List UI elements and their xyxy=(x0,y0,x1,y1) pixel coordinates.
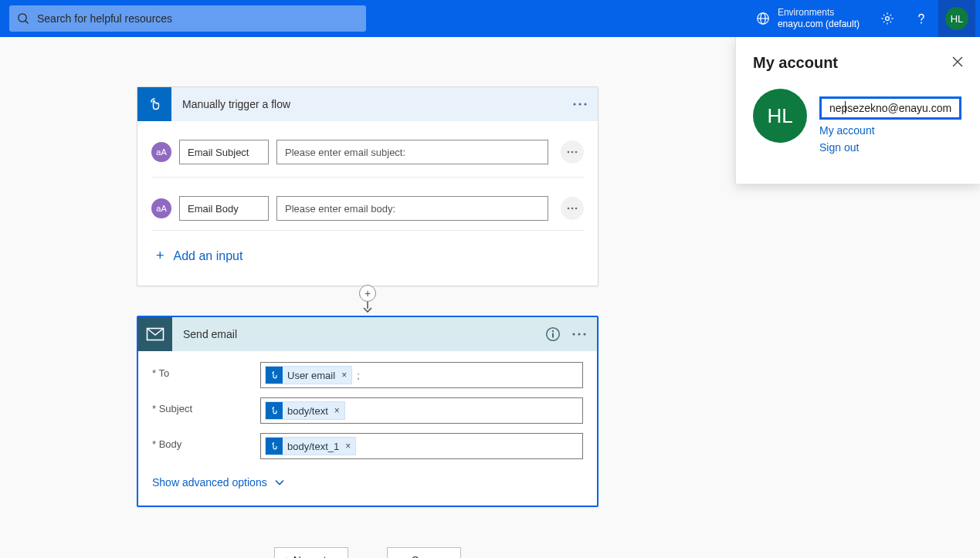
trigger-card: Manually trigger a flow aA Email Subject… xyxy=(137,86,599,286)
field-label: * Body xyxy=(152,433,260,450)
input-row-menu[interactable] xyxy=(561,140,584,164)
trigger-header[interactable]: Manually trigger a flow xyxy=(137,87,598,121)
token-label: User email xyxy=(287,370,335,381)
text-type-icon: aA xyxy=(151,142,171,162)
field-row-body: * Body body/text_1 × xyxy=(152,433,583,459)
action-title: Send email xyxy=(183,328,540,340)
token-body-text[interactable]: body/text × xyxy=(265,401,345,420)
mail-icon xyxy=(146,327,164,341)
action-body: * To User email × ; * Subject xyxy=(138,351,597,506)
action-card-send-email: Send email * To xyxy=(137,316,599,507)
token-icon xyxy=(266,438,283,455)
add-input-button[interactable]: + Add an input xyxy=(151,230,584,281)
my-account-link[interactable]: My account xyxy=(819,124,961,137)
text-caret xyxy=(845,101,846,113)
ellipsis-icon xyxy=(567,150,578,154)
svg-point-22 xyxy=(578,333,580,335)
flow-canvas: Manually trigger a flow aA Email Subject… xyxy=(0,37,735,558)
globe-icon xyxy=(756,12,770,25)
svg-point-13 xyxy=(568,208,570,210)
show-advanced-options[interactable]: Show advanced options xyxy=(152,468,583,499)
trigger-icon xyxy=(137,87,171,121)
plus-icon: + xyxy=(156,248,164,264)
field-label: * To xyxy=(152,362,260,379)
environment-picker[interactable]: Environments enayu.com (default) xyxy=(745,0,870,37)
svg-point-10 xyxy=(568,151,570,154)
input-value-field[interactable]: Please enter email body: xyxy=(276,196,548,221)
input-value-field[interactable]: Please enter email subject: xyxy=(276,140,548,164)
touch-icon xyxy=(146,96,163,113)
sign-out-link[interactable]: Sign out xyxy=(819,141,961,154)
insert-step-button[interactable]: + xyxy=(359,285,376,302)
account-avatar: HL xyxy=(753,89,807,143)
action-menu-button[interactable] xyxy=(566,321,592,347)
svg-point-5 xyxy=(886,17,890,21)
panel-title: My account xyxy=(753,54,838,72)
input-name-field[interactable]: Email Subject xyxy=(179,140,269,164)
token-icon xyxy=(266,367,283,384)
svg-point-6 xyxy=(921,22,922,24)
account-email-highlight[interactable]: nepsezekno@enayu.com xyxy=(819,96,961,120)
token-remove[interactable]: × xyxy=(341,370,347,380)
account-panel: My account HL nepsezekno@enayu.com My ac… xyxy=(735,37,980,184)
svg-point-23 xyxy=(583,333,585,335)
account-email: nepsezekno@enayu.com xyxy=(829,102,951,114)
svg-point-14 xyxy=(571,208,574,210)
token-icon xyxy=(266,402,283,419)
action-info-button[interactable] xyxy=(540,321,566,347)
field-row-subject: * Subject body/text × xyxy=(152,397,583,424)
input-name-field[interactable]: Email Body xyxy=(179,196,269,221)
info-icon xyxy=(545,326,561,342)
search-icon xyxy=(17,12,29,25)
topbar-right: Environments enayu.com (default) HL xyxy=(745,0,975,37)
token-user-email[interactable]: User email × xyxy=(265,366,352,384)
close-icon xyxy=(952,56,963,67)
trigger-title: Manually trigger a flow xyxy=(182,98,567,110)
environment-name: enayu.com (default) xyxy=(778,19,860,30)
panel-header: My account xyxy=(753,54,963,72)
ellipsis-icon xyxy=(573,103,587,106)
input-row-menu[interactable] xyxy=(561,197,584,220)
save-button[interactable]: Save xyxy=(387,547,461,558)
environment-label: Environments xyxy=(778,7,860,19)
panel-close-button[interactable] xyxy=(952,56,963,69)
ellipsis-icon xyxy=(567,207,578,210)
account-button[interactable]: HL xyxy=(938,0,975,37)
action-icon xyxy=(138,317,172,351)
text-type-icon: aA xyxy=(151,198,171,218)
token-remove[interactable]: × xyxy=(345,441,351,451)
body-field[interactable]: body/text_1 × xyxy=(260,433,583,459)
help-button[interactable] xyxy=(904,0,938,37)
account-body: HL nepsezekno@enayu.com My account Sign … xyxy=(753,89,963,154)
field-label: * Subject xyxy=(152,397,260,414)
svg-point-21 xyxy=(572,333,575,335)
avatar: HL xyxy=(945,7,968,30)
subject-field[interactable]: body/text × xyxy=(260,397,583,424)
token-label: body/text_1 xyxy=(287,441,339,452)
gear-icon xyxy=(880,12,894,25)
account-links: nepsezekno@enayu.com My account Sign out xyxy=(819,89,961,154)
action-header[interactable]: Send email xyxy=(138,317,597,351)
search-box[interactable] xyxy=(9,5,366,32)
token-body-text-1[interactable]: body/text_1 × xyxy=(265,437,356,455)
top-bar: Environments enayu.com (default) HL xyxy=(0,0,980,37)
connector: + xyxy=(137,286,599,316)
to-field[interactable]: User email × ; xyxy=(260,362,583,388)
svg-point-0 xyxy=(19,14,26,22)
svg-point-11 xyxy=(571,151,574,154)
new-step-button[interactable]: + New step xyxy=(274,547,348,558)
svg-rect-20 xyxy=(552,333,554,338)
trigger-menu-button[interactable] xyxy=(567,91,593,117)
svg-point-19 xyxy=(552,330,554,332)
search-input[interactable] xyxy=(37,12,358,25)
trigger-input-row: aA Email Subject Please enter email subj… xyxy=(151,130,584,174)
svg-point-12 xyxy=(575,151,578,154)
token-remove[interactable]: × xyxy=(334,405,340,416)
trigger-body: aA Email Subject Please enter email subj… xyxy=(137,121,598,286)
environment-text: Environments enayu.com (default) xyxy=(778,7,860,30)
advanced-label: Show advanced options xyxy=(152,476,267,489)
settings-button[interactable] xyxy=(870,0,904,37)
svg-point-9 xyxy=(584,103,586,105)
bottom-buttons: + New step Save xyxy=(137,547,599,558)
svg-point-8 xyxy=(578,103,581,105)
